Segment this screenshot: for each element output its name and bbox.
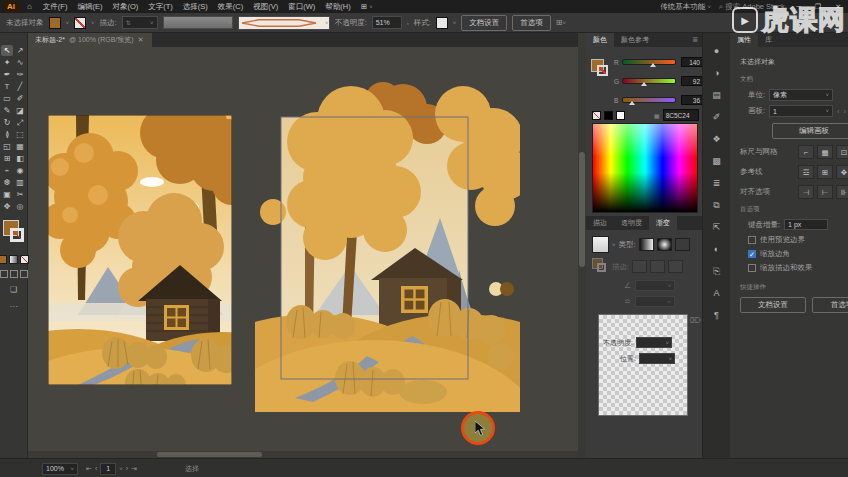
snap-pixel-icon[interactable]: ⊪	[836, 185, 848, 199]
artboards-icon[interactable]: ⧉	[709, 199, 725, 212]
vertical-scrollbar[interactable]	[578, 47, 586, 458]
menu-file[interactable]: 文件(F)	[38, 2, 73, 12]
pen-tool[interactable]: ✒	[1, 69, 13, 80]
artboard-tool[interactable]: ▣	[1, 189, 13, 200]
stock-search[interactable]: ⌕ 搜索 Adobe Stock	[719, 2, 785, 12]
maximize-button[interactable]: ❐	[812, 3, 824, 11]
fill-color-swatch[interactable]	[49, 17, 61, 29]
style-swatch[interactable]	[436, 17, 448, 29]
gradient-swatch-chevron[interactable]: ˅	[612, 242, 616, 248]
stroke-across-icon[interactable]	[668, 260, 683, 273]
unit-dropdown[interactable]: 像素˅	[769, 89, 833, 101]
none-swatch[interactable]	[592, 111, 601, 120]
eraser-tool[interactable]: ◪	[14, 105, 26, 116]
blue-handle[interactable]	[629, 101, 635, 105]
blend-tool[interactable]: ◉	[14, 165, 26, 176]
last-artboard-icon[interactable]: ⇥	[131, 465, 137, 473]
type-tool[interactable]: T	[1, 81, 13, 92]
green-track[interactable]	[622, 78, 676, 84]
horizontal-scroll-handle[interactable]	[157, 452, 262, 457]
color-mode-icon[interactable]	[0, 255, 7, 264]
home-icon[interactable]: ⌂	[27, 2, 32, 11]
edit-toolbar-icon[interactable]: ⋯	[10, 302, 18, 311]
snap-point-icon[interactable]: ⊢	[817, 185, 833, 199]
layers-icon[interactable]: ≣	[709, 177, 725, 190]
width-profile-dropdown[interactable]: ˅	[238, 16, 330, 30]
column-graph-tool[interactable]: ▥	[14, 177, 26, 188]
tab-color[interactable]: 颜色	[586, 33, 614, 47]
keyboard-increment-input[interactable]: 1 px	[784, 219, 828, 230]
eyedropper-tool[interactable]: ⌁	[1, 165, 13, 176]
brushes-icon[interactable]: ✐	[709, 111, 725, 124]
stroke-within-icon[interactable]	[632, 260, 647, 273]
menu-view[interactable]: 视图(V)	[248, 2, 283, 12]
color-panel-icon[interactable]: ●	[709, 45, 725, 58]
gradient-annotator[interactable]	[489, 282, 517, 296]
scale-tool[interactable]: ⤢	[14, 117, 26, 128]
green-value[interactable]: 92	[681, 76, 703, 86]
menu-object[interactable]: 对象(O)	[107, 2, 143, 12]
stroke-weight-stepper[interactable]: ⇅˅	[122, 16, 158, 29]
paintbrush-tool[interactable]: ✐	[14, 93, 26, 104]
gradient-fill-stroke[interactable]	[592, 258, 609, 275]
edit-artboards-button[interactable]: 编辑画板	[772, 123, 848, 139]
blue-track[interactable]	[622, 97, 676, 103]
draw-normal-icon[interactable]	[0, 270, 8, 278]
graphic-styles-icon[interactable]: ⎘	[709, 265, 725, 278]
magic-wand-tool[interactable]: ✦	[1, 57, 13, 68]
stroke-chevron-icon[interactable]: ˅	[91, 20, 95, 26]
artboard-number-dropdown[interactable]: 1	[100, 463, 116, 475]
tab-gradient[interactable]: 渐变	[649, 216, 677, 230]
menu-help[interactable]: 帮助(H)	[320, 2, 355, 12]
first-artboard-icon[interactable]: ⇤	[86, 465, 92, 473]
color-stroke-swatch[interactable]	[597, 65, 608, 76]
gradient-stop-brown[interactable]	[500, 282, 514, 296]
tab-transparency[interactable]: 透明度	[614, 216, 649, 230]
horizontal-scrollbar[interactable]	[27, 451, 578, 458]
panel-options-icon[interactable]: ⊞˅	[556, 18, 566, 27]
snap-grid-icon[interactable]: ⊣	[798, 185, 814, 199]
gradient-mode-icon[interactable]	[9, 255, 18, 264]
aspect-dropdown[interactable]: ˅	[635, 296, 675, 307]
stroke-swatch[interactable]	[10, 228, 24, 242]
red-handle[interactable]	[650, 63, 656, 67]
appearance-icon[interactable]: ◐	[709, 243, 725, 256]
gradient-tool[interactable]: ◧	[14, 153, 26, 164]
lasso-tool[interactable]: ∿	[14, 57, 26, 68]
qa-preferences-button[interactable]: 首选项	[812, 297, 848, 313]
fill-chevron-icon[interactable]: ˅	[66, 20, 70, 26]
document-tab[interactable]: 未标题-2* @ 100% (RGB/预览) ✕	[27, 33, 152, 47]
fill-stroke-control[interactable]	[0, 220, 27, 250]
next-artboard-nav-icon[interactable]: ›	[126, 465, 128, 472]
lock-guides-icon[interactable]: ⊞	[817, 165, 833, 179]
stop-location-dropdown[interactable]: ˅	[639, 353, 675, 364]
checkbox-row-preview-bounds[interactable]: 使用预览边界	[748, 235, 805, 245]
color-fill-stroke[interactable]	[591, 59, 611, 79]
freeform-gradient-icon[interactable]	[675, 238, 690, 251]
next-artboard-icon[interactable]: ›	[843, 108, 845, 115]
gradient-stops-area[interactable]: 不透明度: ˅ 位置: ˅	[598, 314, 688, 416]
angle-dropdown[interactable]: ˅	[635, 280, 675, 291]
minimize-button[interactable]: ─	[793, 3, 804, 10]
show-rulers-icon[interactable]: ⌐	[798, 145, 814, 159]
show-transparency-grid-icon[interactable]: ⊡	[836, 145, 848, 159]
draw-behind-icon[interactable]	[10, 270, 18, 278]
checkbox-row-scale-corners[interactable]: ✓ 缩放边角	[748, 249, 790, 259]
slice-tool[interactable]: ✂	[14, 189, 26, 200]
draw-inside-icon[interactable]	[20, 270, 28, 278]
close-button[interactable]: ✕	[832, 3, 844, 11]
document-setup-button[interactable]: 文档设置	[461, 15, 507, 31]
canvas[interactable]	[27, 47, 578, 458]
color-spectrum[interactable]	[592, 123, 698, 213]
show-grid-icon[interactable]: ▦	[817, 145, 833, 159]
width-tool[interactable]: ≬	[1, 129, 13, 140]
stop-opacity-dropdown[interactable]: ˅	[636, 337, 672, 348]
hex-value[interactable]: 8C5C24	[663, 109, 699, 121]
style-chevron-icon[interactable]: ˅	[453, 20, 457, 26]
screen-mode-icon[interactable]: ❏	[10, 285, 17, 294]
linear-gradient-icon[interactable]	[639, 238, 654, 251]
checkbox-row-scale-strokes[interactable]: 缩放描边和效果	[748, 263, 813, 273]
hand-tool[interactable]: ✥	[1, 201, 13, 212]
direct-selection-tool[interactable]: ↗	[14, 45, 26, 56]
smart-guides-icon[interactable]: ✥	[836, 165, 848, 179]
